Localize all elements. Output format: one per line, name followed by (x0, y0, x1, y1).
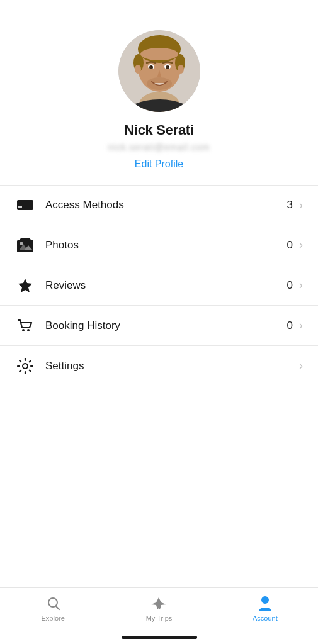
svg-point-16 (178, 65, 184, 74)
access-methods-icon (15, 195, 35, 215)
menu-item-settings[interactable]: Settings › (0, 346, 318, 386)
svg-point-29 (48, 598, 57, 607)
svg-rect-21 (17, 240, 33, 252)
avatar (118, 30, 200, 112)
photos-count: 0 (287, 239, 293, 252)
svg-point-15 (135, 65, 141, 74)
svg-point-7 (140, 48, 178, 60)
user-email: nick.serati@email.com (108, 142, 210, 152)
settings-chevron: › (299, 359, 303, 372)
screen: Nick Serati nick.serati@email.com Edit P… (0, 0, 318, 644)
profile-section: Nick Serati nick.serati@email.com Edit P… (0, 0, 318, 185)
explore-icon (44, 594, 62, 612)
svg-point-28 (23, 364, 28, 369)
booking-history-count: 0 (287, 319, 293, 332)
svg-point-26 (22, 329, 25, 331)
access-methods-label: Access Methods (45, 199, 287, 211)
svg-point-13 (167, 66, 168, 67)
reviews-label: Reviews (45, 279, 287, 292)
svg-point-30 (261, 596, 269, 604)
photos-icon (15, 235, 35, 255)
photos-label: Photos (45, 239, 287, 252)
my-trips-label: My Trips (146, 614, 173, 622)
nav-item-my-trips[interactable]: My Trips (106, 594, 212, 622)
account-label: Account (253, 614, 278, 622)
my-trips-icon (150, 594, 168, 612)
reviews-chevron: › (299, 279, 303, 292)
explore-label: Explore (42, 614, 65, 622)
booking-history-chevron: › (299, 319, 303, 332)
user-name: Nick Serati (124, 122, 193, 138)
nav-item-account[interactable]: Account (212, 594, 318, 622)
home-indicator (122, 636, 197, 639)
booking-history-icon (15, 316, 35, 336)
reviews-icon (15, 275, 35, 296)
svg-point-11 (166, 65, 169, 69)
edit-profile-button[interactable]: Edit Profile (135, 158, 183, 170)
photos-chevron: › (299, 238, 303, 252)
svg-marker-25 (18, 279, 32, 292)
svg-point-24 (20, 242, 23, 245)
nav-item-explore[interactable]: Explore (0, 594, 106, 622)
svg-rect-18 (17, 203, 33, 205)
access-methods-count: 3 (287, 199, 293, 211)
menu-item-photos[interactable]: Photos 0 › (0, 225, 318, 265)
booking-history-label: Booking History (45, 319, 287, 332)
svg-rect-19 (18, 206, 22, 208)
menu-item-reviews[interactable]: Reviews 0 › (0, 265, 318, 306)
access-methods-chevron: › (299, 199, 303, 212)
settings-label: Settings (45, 360, 299, 372)
svg-point-12 (150, 66, 152, 67)
svg-point-27 (27, 329, 30, 331)
menu-item-booking-history[interactable]: Booking History 0 › (0, 306, 318, 346)
menu-list: Access Methods 3 › Photos 0 (0, 185, 318, 587)
svg-point-14 (147, 77, 172, 90)
svg-point-10 (149, 65, 153, 69)
account-icon (256, 594, 274, 612)
settings-icon (15, 356, 35, 376)
menu-item-access-methods[interactable]: Access Methods 3 › (0, 185, 318, 225)
reviews-count: 0 (287, 279, 293, 292)
